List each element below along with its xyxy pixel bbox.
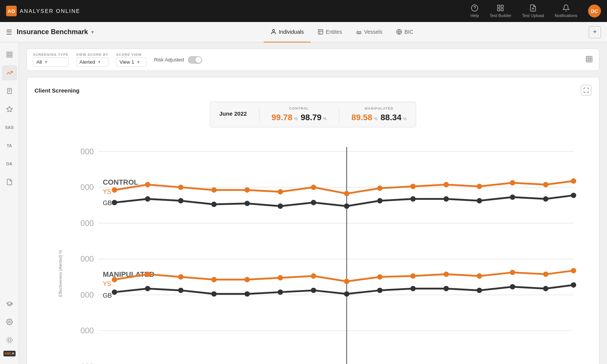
- svg-point-79: [311, 200, 316, 205]
- test-builder-icon: [497, 4, 504, 12]
- svg-text:000: 000: [80, 362, 94, 364]
- svg-point-6: [272, 30, 274, 31]
- svg-text:000: 000: [80, 326, 94, 335]
- add-button[interactable]: +: [589, 26, 601, 38]
- svg-rect-3: [498, 9, 500, 11]
- sidebar-item-theme[interactable]: [2, 333, 17, 348]
- svg-point-62: [244, 187, 250, 193]
- test-upload-nav-item[interactable]: Test Upload: [522, 4, 544, 18]
- theme-icon: [6, 337, 13, 344]
- vessel-icon: [356, 29, 362, 35]
- chart-card: Client Screening June 2022 CONTROL: [27, 77, 599, 364]
- sidebar-item-learn[interactable]: [2, 296, 17, 311]
- svg-point-102: [476, 273, 482, 279]
- svg-text:000: 000: [80, 290, 94, 300]
- stats-month-label: June 2022: [219, 110, 247, 119]
- star-icon: [6, 106, 13, 113]
- score-view-select[interactable]: View 1 ▼: [116, 57, 146, 67]
- tab-entites[interactable]: Entites: [311, 22, 349, 42]
- top-navigation: AO ANALYSER ONLINE Help Test Builder Tes…: [0, 0, 607, 22]
- svg-text:GB: GB: [103, 292, 112, 299]
- sidebar-item-ta[interactable]: TA: [2, 138, 17, 153]
- svg-point-95: [244, 277, 250, 282]
- grid-icon: [6, 51, 13, 58]
- sidebar-item-star[interactable]: [2, 102, 17, 117]
- risk-adjusted-toggle[interactable]: [188, 56, 202, 64]
- table-view-icon[interactable]: [585, 55, 593, 64]
- person-icon: [270, 29, 277, 35]
- sidebar-item-da[interactable]: DA: [2, 156, 17, 171]
- svg-point-119: [543, 286, 548, 291]
- filters-bar: SCREENING TYPE All ▼ VIEW SCORE BY Alert…: [27, 49, 599, 71]
- sidebar-item-sas[interactable]: SAS: [2, 120, 17, 135]
- expand-chart-button[interactable]: [581, 85, 591, 96]
- bell-icon: [562, 4, 570, 12]
- svg-point-82: [410, 196, 416, 202]
- expand-icon: [583, 87, 589, 93]
- second-nav-left: ☰ Insurance Benchmark ▼: [6, 28, 95, 36]
- svg-point-91: [112, 277, 117, 282]
- risk-adjusted-toggle-group: Risk Adjusted: [154, 56, 202, 64]
- svg-point-75: [178, 198, 184, 203]
- screening-type-select[interactable]: All ▼: [33, 57, 69, 67]
- svg-rect-18: [587, 56, 592, 62]
- notifications-nav-item[interactable]: Notifications: [555, 4, 577, 18]
- title-chevron-icon[interactable]: ▼: [90, 30, 95, 35]
- tab-individuals[interactable]: Individuals: [264, 22, 311, 42]
- svg-point-65: [344, 191, 349, 196]
- svg-point-104: [543, 271, 548, 277]
- control-values: 99.78% 98.79%: [272, 113, 327, 122]
- svg-rect-11: [7, 55, 9, 57]
- svg-text:000: 000: [80, 254, 94, 264]
- filters-left: SCREENING TYPE All ▼ VIEW SCORE BY Alert…: [33, 53, 202, 67]
- svg-text:YS: YS: [103, 188, 111, 195]
- sidebar-item-doc[interactable]: [2, 174, 17, 190]
- sidebar-item-dashboard[interactable]: [2, 47, 17, 62]
- hamburger-menu[interactable]: ☰: [6, 28, 12, 36]
- manipulated-values: 89.58% 88.34%: [351, 113, 407, 122]
- svg-point-117: [476, 288, 482, 293]
- svg-point-61: [211, 187, 217, 193]
- svg-point-71: [543, 182, 548, 187]
- tab-vessels[interactable]: Vessels: [349, 22, 389, 42]
- test-builder-nav-item[interactable]: Test Builder: [490, 4, 511, 18]
- svg-point-58: [112, 187, 117, 193]
- svg-point-101: [443, 271, 449, 277]
- svg-point-59: [145, 182, 150, 187]
- svg-point-77: [244, 201, 250, 206]
- svg-text:000: 000: [80, 219, 94, 228]
- svg-point-81: [377, 198, 382, 203]
- page-title: Insurance Benchmark ▼: [17, 28, 95, 36]
- svg-point-107: [145, 286, 150, 291]
- globe-icon: [396, 29, 402, 35]
- tab-navigation: Individuals Entites Vessels BIC: [264, 22, 420, 42]
- svg-point-112: [311, 288, 316, 293]
- main-layout: SAS TA DA: [0, 42, 607, 364]
- svg-text:YS: YS: [103, 280, 111, 287]
- user-avatar[interactable]: DC: [588, 5, 601, 17]
- sidebar-item-trend[interactable]: [2, 65, 17, 80]
- svg-text:000: 000: [80, 183, 94, 192]
- svg-point-76: [211, 202, 217, 207]
- svg-point-109: [211, 291, 217, 297]
- svg-text:000: 000: [80, 147, 94, 156]
- building-icon: [318, 29, 324, 35]
- y-axis-label: Effectiveness (Alerted) %: [58, 250, 63, 297]
- svg-rect-12: [10, 55, 12, 57]
- svg-point-97: [311, 273, 316, 279]
- tab-bic[interactable]: BIC: [389, 22, 420, 42]
- svg-rect-4: [501, 9, 503, 11]
- svg-rect-9: [7, 52, 9, 54]
- sidebar-item-report[interactable]: [2, 83, 17, 99]
- svg-point-113: [344, 291, 349, 297]
- svg-point-94: [211, 277, 217, 282]
- svg-point-111: [278, 289, 283, 295]
- graduation-icon: [6, 300, 13, 307]
- view-score-by-select[interactable]: Alerted ▼: [76, 57, 109, 67]
- screening-type-filter: SCREENING TYPE All ▼: [33, 53, 69, 67]
- sidebar-item-settings[interactable]: [2, 314, 17, 329]
- svg-point-105: [571, 268, 576, 273]
- help-nav-item[interactable]: Help: [470, 4, 479, 18]
- top-nav-right: Help Test Builder Test Upload Notificati…: [470, 4, 601, 18]
- chart-title: Client Screening: [35, 87, 79, 94]
